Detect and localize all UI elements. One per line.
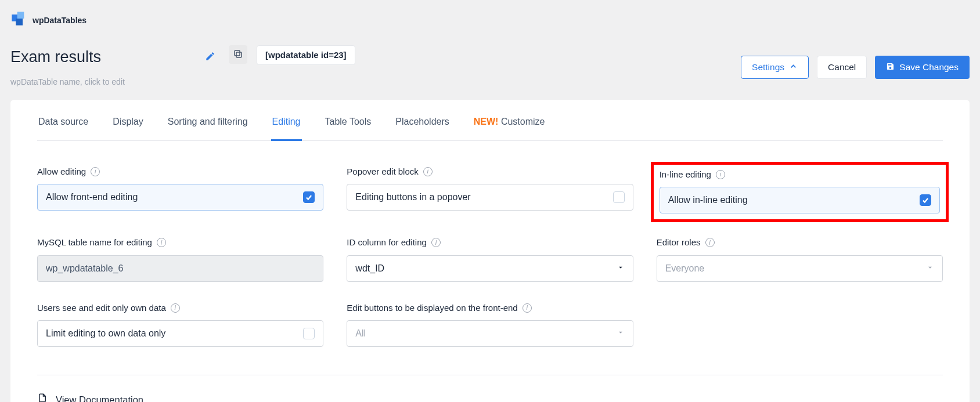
field-edit-buttons: Edit buttons to be displayed on the fron… [347, 302, 633, 347]
tab-label: Display [113, 117, 143, 126]
inline-editing-toggle[interactable]: Allow in-line editing [660, 187, 940, 213]
inline-editing-highlight: In-line editing Allow in-line editing [651, 162, 949, 223]
own-data-toggle[interactable]: Limit editing to own data only [37, 320, 323, 347]
field-id-column: ID column for editing wdt_ID [347, 236, 633, 282]
control-text: wdt_ID [355, 262, 384, 276]
label: Allow editing [37, 165, 86, 179]
tab-editing[interactable]: Editing [271, 107, 302, 141]
svg-rect-1 [17, 12, 24, 19]
tab-customize[interactable]: NEW! Customize [473, 107, 546, 141]
edit-title-button[interactable] [201, 48, 219, 66]
field-allow-editing: Allow editing Allow front-end editing [37, 165, 323, 217]
info-icon[interactable] [705, 238, 715, 247]
new-badge: NEW! [474, 117, 501, 126]
info-icon[interactable] [716, 170, 725, 179]
control-text: Limit editing to own data only [46, 327, 165, 341]
control-text: wp_wpdatatable_6 [46, 262, 123, 276]
pencil-icon [205, 51, 215, 63]
shortcode[interactable]: [wpdatatable id=23] [257, 45, 355, 65]
control-text: All [355, 327, 366, 341]
label: Editor roles [657, 236, 701, 249]
settings-button-label: Settings [752, 62, 784, 73]
tab-label: Customize [501, 117, 545, 126]
id-column-select[interactable]: wdt_ID [347, 255, 633, 282]
svg-rect-2 [16, 19, 23, 26]
tab-sorting[interactable]: Sorting and filtering [167, 107, 249, 141]
checkbox-icon [303, 328, 315, 339]
save-button[interactable]: Save Changes [875, 56, 970, 79]
info-icon[interactable] [523, 303, 532, 313]
copy-icon [233, 49, 243, 61]
documentation-link-label: View Documentation [56, 393, 143, 402]
brand: wpDataTables [10, 10, 970, 30]
brand-logo-icon [10, 10, 27, 30]
control-text: Everyone [665, 262, 705, 276]
save-button-label: Save Changes [899, 62, 959, 73]
tab-label: Sorting and filtering [168, 117, 248, 126]
chevron-up-icon [789, 62, 798, 73]
tab-table-tools[interactable]: Table Tools [324, 107, 373, 141]
field-inline-editing: In-line editing Allow in-line editing [660, 168, 940, 214]
cancel-button-label: Cancel [828, 62, 856, 73]
field-own-data: Users see and edit only own data Limit e… [37, 302, 323, 347]
tab-display[interactable]: Display [111, 107, 144, 141]
editor-roles-select[interactable]: Everyone [657, 255, 943, 282]
divider [37, 375, 943, 375]
tab-label: Table Tools [325, 117, 372, 126]
cancel-button[interactable]: Cancel [817, 56, 867, 79]
documentation-link[interactable]: View Documentation [37, 392, 143, 402]
info-icon[interactable] [91, 167, 100, 176]
page-title[interactable]: Exam results [10, 45, 101, 69]
edit-buttons-select[interactable]: All [347, 320, 633, 347]
tab-label: Data source [38, 117, 88, 126]
info-icon[interactable] [431, 238, 441, 247]
settings-button[interactable]: Settings [741, 56, 809, 79]
field-mysql-table: MySQL table name for editing wp_wpdatata… [37, 236, 323, 282]
label: Edit buttons to be displayed on the fron… [347, 302, 517, 315]
chevron-down-icon [926, 262, 934, 276]
info-icon[interactable] [157, 238, 166, 247]
tab-label: Editing [272, 117, 301, 126]
header-actions: Settings Cancel Save Changes [741, 45, 970, 79]
field-editor-roles: Editor roles Everyone [657, 236, 943, 282]
label: In-line editing [660, 168, 711, 182]
save-icon [886, 62, 895, 73]
chevron-down-icon [617, 262, 625, 276]
control-text: Editing buttons in a popover [355, 190, 470, 204]
allow-editing-toggle[interactable]: Allow front-end editing [37, 184, 323, 211]
label: Popover edit block [347, 165, 418, 179]
info-icon[interactable] [171, 303, 180, 313]
field-popover-block: Popover edit block Editing buttons in a … [347, 165, 633, 217]
popover-block-toggle[interactable]: Editing buttons in a popover [347, 184, 633, 211]
page-header: Exam results wpDataTable name, click to … [10, 45, 970, 88]
settings-card: Data source Display Sorting and filterin… [10, 100, 970, 403]
label: Users see and edit only own data [37, 302, 166, 315]
copy-shortcode-button[interactable] [229, 45, 247, 64]
svg-rect-4 [235, 50, 240, 56]
tab-placeholders[interactable]: Placeholders [394, 107, 451, 141]
title-hint: wpDataTable name, click to edit [10, 76, 219, 88]
info-icon[interactable] [423, 167, 433, 176]
tabs: Data source Display Sorting and filterin… [37, 107, 943, 141]
chevron-down-icon [617, 327, 625, 341]
document-icon [37, 392, 48, 402]
form-grid: Allow editing Allow front-end editing Po… [37, 141, 943, 347]
control-text: Allow front-end editing [46, 190, 138, 204]
tab-data-source[interactable]: Data source [37, 107, 89, 141]
control-text: Allow in-line editing [668, 193, 748, 207]
label: ID column for editing [347, 236, 427, 249]
checkbox-icon [920, 194, 931, 206]
mysql-table-input: wp_wpdatatable_6 [37, 255, 323, 282]
checkbox-icon [303, 191, 315, 203]
svg-rect-3 [236, 52, 242, 57]
brand-name: wpDataTables [33, 15, 87, 27]
checkbox-icon [613, 191, 625, 203]
label: MySQL table name for editing [37, 236, 152, 249]
tab-label: Placeholders [395, 117, 449, 126]
